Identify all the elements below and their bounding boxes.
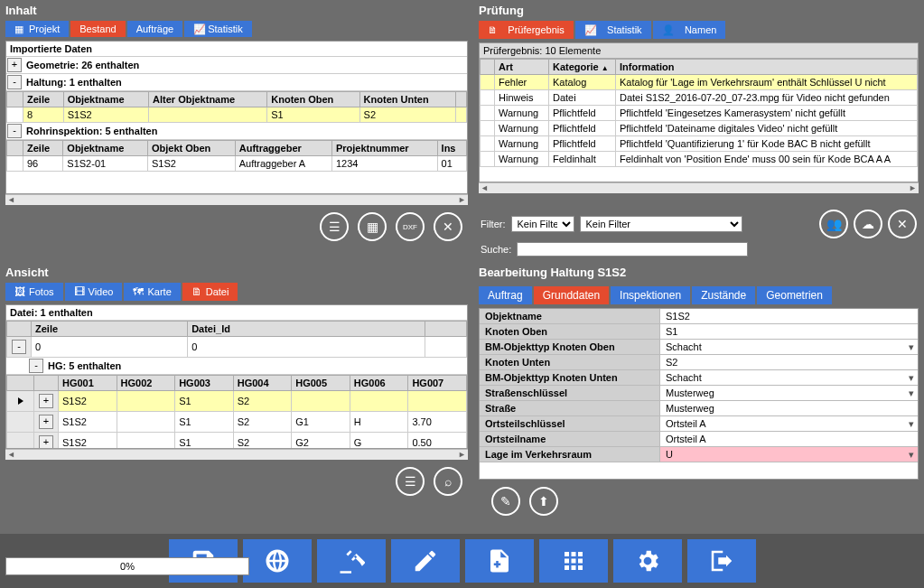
form-label: BM-Objekttyp Knoten Unten — [480, 370, 660, 385]
ansicht-title: Ansicht — [0, 262, 473, 283]
tab-geometrien[interactable]: Geometrien — [757, 286, 832, 304]
calculator-icon[interactable]: ▦ — [358, 212, 387, 241]
form-label: Ortsteilschlüssel — [480, 416, 660, 431]
bearb-title: Bearbeitung Haltung S1S2 — [473, 262, 924, 283]
users-icon[interactable]: 👥 — [819, 210, 848, 238]
expand-datei[interactable]: - — [12, 340, 26, 354]
scrollbar[interactable] — [5, 194, 468, 205]
gavel-button[interactable] — [317, 539, 386, 583]
form-label: Knoten Oben — [480, 324, 660, 339]
tab-grunddaten[interactable]: Grunddaten — [534, 286, 609, 304]
hg-row[interactable]: +S1S2S1S2 — [7, 391, 467, 412]
list-settings-icon[interactable]: ☰ — [396, 467, 425, 496]
pruef-row[interactable]: WarnungPflichtfeldPflichtfeld 'Dateiname… — [481, 121, 918, 136]
tab-fotos[interactable]: 🖼 Fotos — [5, 283, 63, 301]
pruef-row[interactable]: WarnungPflichtfeldPflichtfeld 'Eingesetz… — [481, 106, 918, 121]
form-value[interactable]: U — [660, 447, 918, 462]
form-value[interactable]: Schacht — [660, 340, 918, 354]
form-value[interactable]: S2 — [660, 355, 918, 369]
form-row: Knoten ObenS1 — [480, 324, 918, 340]
tab-bestand[interactable]: Bestand — [70, 21, 125, 37]
search-input[interactable] — [517, 242, 748, 257]
tab-statistik[interactable]: 📈Statistik — [184, 21, 252, 37]
settings-button[interactable] — [613, 539, 682, 583]
pin-icon[interactable]: ⬆ — [529, 487, 558, 516]
form-row: Lage im VerkehrsraumU — [480, 447, 918, 462]
tab-zustaende[interactable]: Zustände — [692, 286, 755, 304]
form-row: StraßeMusterweg — [480, 401, 918, 416]
progress-bar: 0% — [5, 557, 249, 575]
hg-row[interactable]: +S1S2S1S2G2G0.50 — [7, 433, 467, 450]
apps-button[interactable] — [539, 539, 608, 583]
haltung-row[interactable]: 8 S1S2 S1 S2 — [7, 107, 467, 123]
rohr-row[interactable]: 96 S1S2-01 S1S2 Auftraggeber A 1234 01 — [7, 156, 467, 172]
form-value[interactable]: Ortsteil A — [660, 416, 918, 431]
form-value[interactable]: Schacht — [660, 370, 918, 385]
form-row: Knoten UntenS2 — [480, 355, 918, 370]
rohr-label: Rohrinspektion: 5 enthalten — [23, 124, 467, 138]
form-label: Objektname — [480, 309, 660, 323]
form-label: BM-Objekttyp Knoten Oben — [480, 340, 660, 354]
exit-button[interactable] — [687, 539, 756, 583]
form-value[interactable]: Musterweg — [660, 386, 918, 400]
expand-haltung[interactable]: - — [7, 75, 22, 89]
pencil-button[interactable] — [391, 539, 460, 583]
form-value[interactable]: S1S2 — [660, 309, 918, 323]
datei-hdr: Datei: 1 enthalten — [6, 305, 467, 321]
pruef-row[interactable]: HinweisDateiDatei S1S2_2016-07-20_07-23.… — [481, 90, 918, 106]
filter1-select[interactable]: Kein Filter — [511, 216, 574, 232]
tab-datei[interactable]: 🗎 Datei — [182, 283, 238, 301]
expand-geometrie[interactable]: + — [7, 58, 22, 72]
col-objektname[interactable]: Objektname — [63, 92, 148, 107]
expand-rohr[interactable]: - — [7, 124, 22, 138]
imported-data-hdr: Importierte Daten — [6, 42, 467, 57]
tab-projekt[interactable]: ▦Projekt — [5, 21, 69, 37]
hg-row[interactable]: +S1S2S1S2G1H3.70 — [7, 412, 467, 433]
form-row: BM-Objekttyp Knoten UntenSchacht — [480, 370, 918, 386]
expand-hg[interactable]: - — [29, 359, 43, 373]
cloud-icon[interactable]: ☁ — [854, 210, 882, 238]
form-row: BM-Objekttyp Knoten ObenSchacht — [480, 340, 918, 355]
hg-label: HG: 5 enthalten — [44, 359, 467, 373]
tab-auftrag[interactable]: Auftrag — [479, 286, 532, 304]
tab-auftraege[interactable]: Aufträge — [127, 21, 183, 37]
tab-video[interactable]: 🎞 Video — [65, 283, 123, 301]
list-icon[interactable]: ☰ — [320, 212, 349, 241]
col-knoten-oben[interactable]: Knoten Oben — [267, 92, 359, 107]
search-label: Suche: — [481, 244, 511, 255]
tab-pruef-statistik[interactable]: 📈 Statistik — [575, 21, 651, 39]
tab-karte[interactable]: 🗺 Karte — [124, 283, 180, 301]
filter2-select[interactable]: Kein Filter — [580, 216, 742, 232]
form-value[interactable]: S1 — [660, 324, 918, 339]
dxf-icon[interactable]: DXF — [396, 212, 425, 241]
form-label: Lage im Verkehrsraum — [480, 447, 660, 462]
col-alter-objektname[interactable]: Alter Objektname — [149, 92, 267, 107]
col-zeile[interactable]: Zeile — [23, 92, 64, 107]
clear-filter-icon[interactable]: ✕ — [888, 210, 917, 238]
datei-row[interactable]: - 00 — [7, 337, 467, 358]
form-value[interactable]: Musterweg — [660, 401, 918, 415]
pruef-row[interactable]: WarnungFeldinhaltFeldinhalt von 'Positio… — [481, 152, 918, 167]
tab-namen[interactable]: 👤 Namen — [653, 21, 726, 39]
haltung-label: Haltung: 1 enthalten — [23, 75, 467, 89]
col-knoten-unten[interactable]: Knoten Unten — [359, 92, 455, 107]
search-db-icon[interactable]: ⌕ — [434, 467, 462, 496]
pruef-subheader: Prüfergebnis: 10 Elemente — [480, 43, 918, 59]
form-row: StraßenschlüsselMusterweg — [480, 386, 918, 401]
form-row: ObjektnameS1S2 — [480, 309, 918, 324]
globe-button[interactable] — [243, 539, 312, 583]
tab-inspektionen[interactable]: Inspektionen — [611, 286, 690, 304]
add-doc-button[interactable] — [465, 539, 534, 583]
tab-pruefergebnis[interactable]: 🗎 Prüfergebnis — [479, 21, 574, 39]
form-label: Ortsteilname — [480, 432, 660, 446]
form-row: OrtsteilnameOrtsteil A — [480, 432, 918, 447]
pruef-row[interactable]: WarnungPflichtfeldPflichtfeld 'Quantifiz… — [481, 136, 918, 152]
form-row: OrtsteilschlüsselOrtsteil A — [480, 416, 918, 432]
pruefung-title: Prüfung — [473, 0, 924, 21]
form-value[interactable]: Ortsteil A — [660, 432, 918, 446]
edit-tool-icon[interactable]: ✎ — [491, 487, 520, 516]
clear-icon[interactable]: ✕ — [434, 212, 462, 241]
scrollbar[interactable] — [5, 449, 468, 460]
scrollbar[interactable] — [479, 182, 919, 193]
pruef-row[interactable]: FehlerKatalogKatalog für 'Lage im Verkeh… — [481, 75, 918, 90]
